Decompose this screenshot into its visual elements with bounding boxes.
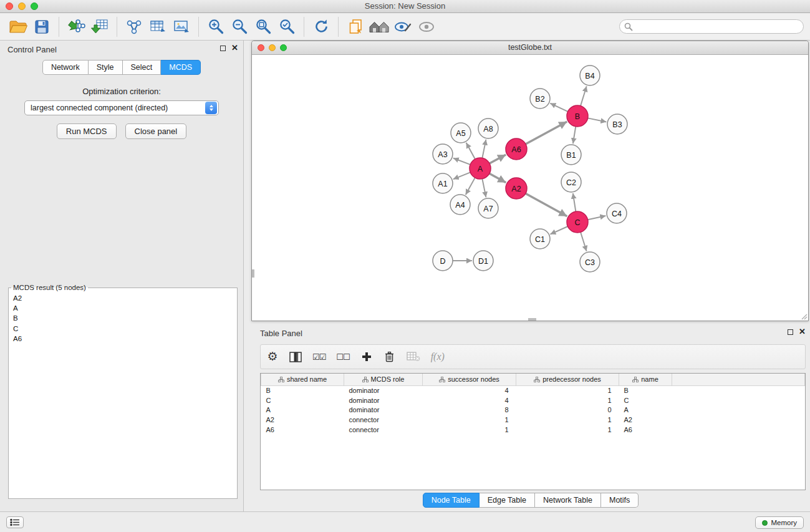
zoom-out-icon[interactable] [228,16,251,38]
table-cell[interactable]: 1 [516,385,619,395]
table-cell[interactable]: B [619,385,672,395]
graph-edge-A-A2[interactable] [489,173,506,183]
graph-node-C1[interactable]: C1 [530,229,550,249]
graph-edge-A-A3[interactable] [453,158,470,164]
delete-table-icon[interactable] [407,349,420,364]
graph-edge-A-A8[interactable] [482,140,486,158]
table-cell[interactable]: A2 [619,415,672,425]
tab-network[interactable]: Network [42,60,89,75]
column-header-shared-name[interactable]: shared name [261,374,344,385]
mcds-result-item[interactable]: A2 [13,293,237,303]
tab-mcds[interactable]: MCDS [161,60,201,75]
tab-motifs[interactable]: Motifs [601,493,639,508]
show-hide-eye-icon[interactable] [415,16,438,38]
graph-edge-A-A5[interactable] [466,143,475,159]
graph-node-D[interactable]: D [433,251,453,271]
graph-node-B1[interactable]: B1 [561,145,581,165]
graph-node-C2[interactable]: C2 [561,172,581,192]
table-row[interactable]: A6connector11A6 [261,425,805,435]
network-close-button[interactable] [258,44,264,51]
graph-node-A5[interactable]: A5 [451,123,471,143]
network-zoom-button[interactable] [280,44,287,51]
graph-edge-C-C4[interactable] [588,216,606,220]
show-columns-icon[interactable] [289,349,302,364]
zoom-in-icon[interactable] [204,16,228,38]
close-panel-button[interactable]: Close panel [125,123,187,139]
function-builder-icon[interactable]: f(x) [431,349,445,364]
table-row[interactable]: Cdominator41C [261,395,805,405]
open-session-icon[interactable] [6,16,30,38]
graph-edge-A-A6[interactable] [489,155,506,163]
table-cell[interactable]: 1 [423,415,516,425]
graph-edge-A-A1[interactable] [453,172,471,179]
graph-edge-A-A7[interactable] [482,179,486,198]
graph-node-A[interactable]: A [470,158,491,179]
table-cell[interactable]: A6 [619,425,672,435]
search-input[interactable] [633,22,803,31]
memory-button[interactable]: Memory [755,516,804,529]
select-all-checks-icon[interactable]: ☑☑ [312,349,325,364]
column-header-name[interactable]: name [619,374,672,385]
graph-node-C3[interactable]: C3 [580,252,600,272]
graph-edge-B-B4[interactable] [581,86,587,106]
home-pair-icon[interactable] [367,16,391,38]
task-history-button[interactable] [6,516,24,528]
network-canvas[interactable]: B4B2BB3A5A8A6B1A3AC2A1A2A4A7C4CC1C3DD1 [252,55,808,321]
table-cell[interactable]: dominator [344,405,423,415]
tab-edge-table[interactable]: Edge Table [480,493,535,508]
column-header-predecessor-nodes[interactable]: predecessor nodes [516,374,619,385]
save-session-icon[interactable] [30,16,54,38]
mcds-result-item[interactable]: A6 [13,334,237,344]
deselect-all-checks-icon[interactable]: ☐☐ [336,349,349,364]
table-cell[interactable]: A [619,405,672,415]
graph-node-A4[interactable]: A4 [450,195,470,215]
table-cell[interactable]: 1 [516,415,619,425]
graph-edge-B-B3[interactable] [588,118,607,122]
table-row[interactable]: Adominator80A [261,405,805,415]
table-cell[interactable]: 4 [423,385,516,395]
close-window-button[interactable] [6,2,13,10]
mcds-result-item[interactable]: A [13,303,237,313]
tab-node-table[interactable]: Node Table [423,493,480,508]
table-cell[interactable]: dominator [344,385,423,395]
table-cell[interactable]: 8 [423,405,516,415]
table-cell[interactable]: 4 [423,395,516,405]
table-cell[interactable]: 0 [516,405,619,415]
float-panel-icon[interactable] [220,46,226,51]
fullscreen-window-button[interactable] [31,2,38,10]
graph-edge-B-B1[interactable] [573,127,576,143]
table-cell[interactable]: A2 [261,415,344,425]
minimize-window-button[interactable] [18,2,26,10]
import-network-file-icon[interactable] [64,16,88,38]
zoom-selected-icon[interactable] [275,16,299,38]
search-field[interactable] [619,19,804,34]
column-header-successor-nodes[interactable]: successor nodes [423,374,516,385]
table-options-gear-icon[interactable]: ⚙ [266,349,279,364]
mcds-result-item[interactable]: B [13,313,237,323]
export-image-icon[interactable] [170,16,193,38]
mcds-result-item[interactable]: C [13,324,237,334]
graph-edge-C-C3[interactable] [581,232,587,251]
table-cell[interactable]: dominator [344,395,423,405]
graph-node-B2[interactable]: B2 [530,89,550,109]
table-cell[interactable]: C [619,395,672,405]
window-resize-grip[interactable] [800,312,808,320]
column-header-mcds-role[interactable]: MCDS role [344,374,423,385]
tab-select[interactable]: Select [123,60,162,75]
table-cell[interactable]: A6 [261,425,344,435]
graph-node-B4[interactable]: B4 [580,65,600,85]
refresh-view-icon[interactable] [309,16,333,38]
table-cell[interactable]: 1 [516,395,619,405]
network-window-titlebar[interactable]: testGlobe.txt [252,41,808,55]
graph-node-A6[interactable]: A6 [506,138,527,160]
add-row-icon[interactable] [360,349,373,364]
network-horizontal-scroll-thumb[interactable] [528,318,536,321]
table-row[interactable]: A2connector11A2 [261,415,805,425]
graph-edge-C-C2[interactable] [573,193,576,211]
table-cell[interactable]: 1 [423,425,516,435]
graph-node-B[interactable]: B [567,105,588,127]
graph-edge-A6-B[interactable] [526,122,567,144]
criterion-dropdown[interactable]: largest connected component (directed) [24,100,219,115]
graph-node-A1[interactable]: A1 [433,173,453,193]
table-cell[interactable]: A [261,405,344,415]
